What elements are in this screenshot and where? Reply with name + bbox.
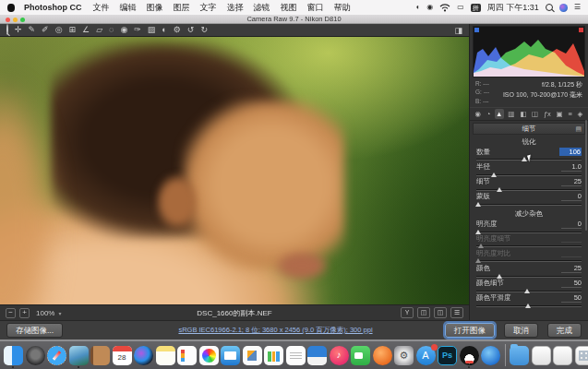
- dock-keynote-icon[interactable]: [307, 346, 327, 365]
- status-circle-icon[interactable]: ◐: [415, 4, 420, 11]
- slider-detail-value[interactable]: 25: [561, 177, 582, 186]
- slider-masking[interactable]: 蒙版 0: [476, 192, 582, 207]
- tab-effects-icon[interactable]: ƒx: [542, 109, 552, 119]
- rotate-left-icon[interactable]: ↺: [187, 26, 195, 34]
- menu-type[interactable]: 文字: [200, 2, 217, 14]
- siri-icon[interactable]: [559, 4, 568, 12]
- menu-view[interactable]: 视图: [281, 2, 297, 14]
- apple-menu-icon[interactable]: [7, 4, 15, 12]
- done-button[interactable]: 完成: [547, 323, 582, 337]
- dock-numbers-icon[interactable]: [264, 346, 283, 365]
- slider-masking-value[interactable]: 0: [561, 192, 582, 201]
- slider-amount-thumb[interactable]: [522, 157, 527, 161]
- menu-bar-clock[interactable]: 周四 下午1:31: [487, 2, 539, 14]
- dock-calendar-icon[interactable]: 28: [113, 346, 132, 365]
- tab-lens-corrections-icon[interactable]: ◫: [531, 109, 540, 119]
- tab-hsl-grayscale-icon[interactable]: ▥: [507, 109, 516, 119]
- dock-system-preferences-icon[interactable]: ⚙: [394, 346, 414, 365]
- red-eye-tool-icon[interactable]: ◉: [120, 26, 127, 34]
- dock-app-store-icon[interactable]: A: [416, 346, 436, 365]
- crop-tool-icon[interactable]: ⊞: [69, 26, 77, 34]
- spotlight-icon[interactable]: [546, 4, 553, 11]
- swap-before-after-icon[interactable]: ◫: [417, 307, 430, 318]
- adjustment-brush-tool-icon[interactable]: ✑: [134, 26, 141, 34]
- transform-tool-icon[interactable]: ▱: [96, 26, 102, 34]
- slider-color[interactable]: 颜色 25: [476, 264, 582, 279]
- slider-luminance-value[interactable]: 0: [561, 220, 582, 229]
- slider-color-smoothness-thumb[interactable]: [525, 304, 531, 308]
- wifi-icon[interactable]: [439, 3, 450, 12]
- preview-menu-icon[interactable]: ☰: [450, 307, 463, 318]
- dock-finder-icon[interactable]: [4, 346, 23, 365]
- app-menu-title[interactable]: Photoshop CC: [24, 3, 82, 12]
- slider-radius[interactable]: 半径 1.0: [476, 162, 582, 177]
- dock-orange-app-icon[interactable]: [373, 346, 392, 365]
- dock-minimized-document-3[interactable]: [575, 346, 588, 365]
- color-sampler-tool-icon[interactable]: ✐: [42, 26, 49, 34]
- slider-radius-value[interactable]: 1.0: [561, 162, 582, 172]
- dock-photoshop-icon[interactable]: Ps: [438, 346, 457, 365]
- slider-color-value[interactable]: 25: [561, 264, 582, 273]
- dock-siri-icon[interactable]: [134, 346, 153, 365]
- slider-color-smoothness-value[interactable]: 50: [561, 293, 582, 303]
- display-icon[interactable]: ▭: [457, 4, 464, 11]
- dock-safari-icon[interactable]: [47, 346, 66, 365]
- dock-minimized-document-2[interactable]: [553, 346, 572, 365]
- save-image-button[interactable]: 存储图像...: [6, 323, 63, 337]
- slider-masking-thumb[interactable]: [475, 202, 481, 207]
- tab-split-toning-icon[interactable]: ◧: [519, 109, 528, 119]
- menu-image[interactable]: 图像: [147, 2, 163, 14]
- tab-detail-icon[interactable]: ▲: [495, 109, 504, 119]
- dock-minimized-document-1[interactable]: [532, 346, 551, 365]
- hand-tool-icon[interactable]: ✛: [15, 26, 22, 34]
- cancel-button[interactable]: 取消: [504, 323, 538, 337]
- menu-file[interactable]: 文件: [93, 2, 110, 14]
- dock-mail-icon[interactable]: [221, 346, 240, 365]
- notification-center-icon[interactable]: ☰: [574, 4, 581, 11]
- menu-filter[interactable]: 滤镜: [254, 2, 270, 14]
- straighten-tool-icon[interactable]: ∠: [82, 26, 90, 34]
- highlight-clipping-toggle[interactable]: [579, 28, 583, 32]
- dock-reminders-icon[interactable]: [177, 346, 197, 365]
- targeted-adjustment-tool-icon[interactable]: ◎: [55, 26, 63, 34]
- dock-facetime-icon[interactable]: [351, 346, 370, 365]
- shadow-clipping-toggle[interactable]: [474, 28, 479, 32]
- dock-preview-icon[interactable]: [69, 346, 89, 365]
- white-balance-tool-icon[interactable]: ✎: [29, 26, 36, 34]
- tab-presets-icon[interactable]: ≡: [567, 109, 573, 119]
- menu-layer[interactable]: 图层: [174, 2, 190, 14]
- slider-amount[interactable]: 数量 106: [476, 148, 582, 162]
- dock-launchpad-icon[interactable]: [26, 346, 45, 365]
- window-title-bar[interactable]: Camera Raw 9.7 - Nikon D810: [0, 15, 588, 24]
- dock-blue-browser-icon[interactable]: [481, 346, 500, 365]
- slider-color-smoothness[interactable]: 颜色平滑度 50: [476, 293, 582, 308]
- workflow-options-link[interactable]: sRGB IEC61966-2.1; 8 位; 3680 x 2456 (9.0…: [129, 326, 422, 335]
- menu-window[interactable]: 窗口: [307, 2, 324, 14]
- status-dot-icon[interactable]: ◉: [426, 4, 433, 11]
- dock-contacts-icon[interactable]: [90, 346, 110, 365]
- radial-filter-tool-icon[interactable]: ◐: [162, 26, 166, 34]
- tab-tone-curve-icon[interactable]: ◔: [485, 109, 492, 119]
- dock-folder-icon[interactable]: [510, 346, 529, 365]
- dock-qq-icon[interactable]: [460, 346, 479, 365]
- spot-removal-tool-icon[interactable]: ◌: [109, 26, 114, 34]
- slider-amount-value[interactable]: 106: [559, 148, 582, 156]
- zoom-in-button[interactable]: +: [19, 308, 30, 318]
- tab-snapshots-icon[interactable]: ◈: [576, 109, 584, 119]
- image-preview[interactable]: [0, 37, 469, 304]
- fullscreen-toggle-icon[interactable]: ◨: [454, 26, 462, 35]
- graduated-filter-tool-icon[interactable]: ▨: [148, 26, 156, 34]
- dock-textedit-icon[interactable]: [286, 346, 306, 365]
- before-after-view-icon[interactable]: Y: [401, 307, 414, 318]
- dock-photos-icon[interactable]: [199, 346, 219, 365]
- tab-camera-calibration-icon[interactable]: ▣: [555, 109, 564, 119]
- panel-scrollbar[interactable]: [585, 120, 587, 231]
- slider-color-detail-value[interactable]: 50: [561, 279, 582, 288]
- dock-itunes-icon[interactable]: ♪: [330, 346, 349, 365]
- open-image-button[interactable]: 打开图像: [445, 323, 495, 337]
- input-method-icon[interactable]: 拼: [471, 4, 481, 12]
- slider-detail[interactable]: 细节 25: [476, 177, 582, 192]
- dock-notes-icon[interactable]: [156, 346, 175, 365]
- histogram[interactable]: [473, 26, 585, 77]
- menu-select[interactable]: 选择: [227, 2, 244, 14]
